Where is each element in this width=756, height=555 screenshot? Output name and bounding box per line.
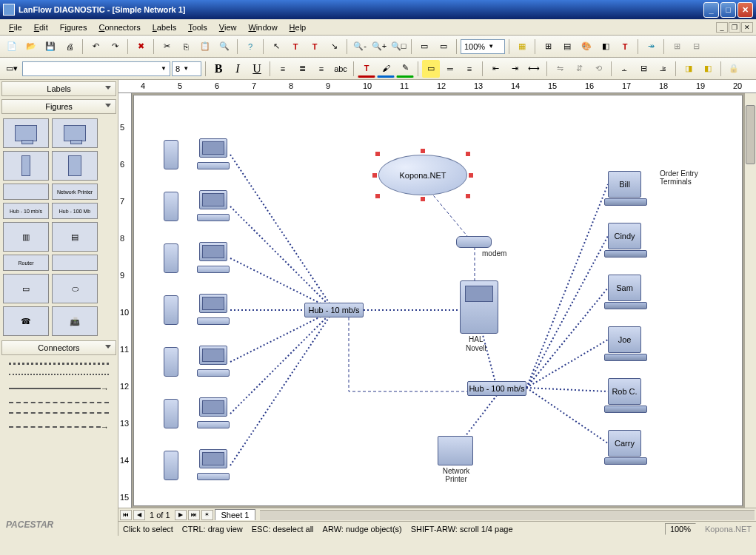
bold-button[interactable]: B [210,60,227,78]
phone-node[interactable] [164,243,178,273]
menu-edit[interactable]: Edit [28,21,54,33]
flip-v-button[interactable]: ⇵ [570,60,588,78]
sheet-last[interactable]: ⏭ [188,510,200,520]
connector-arrow[interactable]: → [3,381,115,396]
align-top-button[interactable]: ⫠ [615,60,633,78]
server-node[interactable] [460,280,498,334]
sheet-prev[interactable]: ◀ [133,510,145,520]
phone-node[interactable] [164,399,178,428]
menu-figures[interactable]: Figures [54,21,93,33]
text-tool[interactable]: T [287,38,304,56]
menu-help[interactable]: Help [284,21,312,33]
shape-network-printer[interactable]: Network Printer [52,184,98,200]
terminal-bill[interactable]: Bill [608,171,641,198]
text-style-button[interactable]: T [616,38,634,56]
figures-panel-header[interactable]: Figures [1,99,116,114]
palette-button[interactable]: 🎨 [578,38,595,56]
close-button[interactable]: ✕ [737,2,753,18]
sheet-tab-1[interactable]: Sheet 1 [215,509,256,520]
mdi-minimize-button[interactable]: _ [716,22,728,33]
shape-monitor[interactable] [52,118,98,148]
terminal-carry[interactable]: Carry [608,430,641,457]
new-button[interactable]: 📄 [3,38,21,56]
align-left-button[interactable]: ≡ [274,60,292,78]
align-middle-button[interactable]: ⊟ [635,60,652,78]
menu-file[interactable]: File [3,21,28,33]
zoom-width-button[interactable]: ▭ [435,38,452,56]
connector-dash-dot[interactable] [3,409,115,417]
flow-button[interactable]: ↠ [642,38,660,56]
shape-device[interactable]: ▭ [3,274,49,303]
horizontal-scrollbar[interactable] [260,510,755,520]
grid-button[interactable]: ▦ [513,38,531,56]
group-button[interactable]: ⊞ [668,38,686,56]
shape-tower[interactable] [3,151,49,181]
save-button[interactable]: 💾 [41,38,59,56]
redo-button[interactable]: ↷ [106,38,124,56]
style-picker[interactable]: ▭▾ [3,60,21,78]
shape-storage[interactable]: ▤ [52,222,98,252]
connector-dotted[interactable] [3,371,115,378]
open-button[interactable]: 📂 [22,38,40,56]
terminal-sam[interactable]: Sam [608,275,641,301]
print-button[interactable]: 🖨 [61,38,78,56]
connectors-panel-header[interactable]: Connectors [1,340,116,355]
zoom-in-button[interactable]: 🔍+ [370,38,388,56]
shape-hub-100[interactable]: Hub - 100 Mb [52,203,98,219]
diagram-canvas[interactable]: Kopona.NET modem Hub - 10 mb/s HAL Novel… [133,95,743,506]
arrow-end-button[interactable]: ⇥ [506,60,523,78]
line-style-button[interactable]: ═ [441,60,459,78]
layers-button[interactable]: ▤ [558,38,576,56]
sheet-next[interactable]: ▶ [175,510,187,520]
printer-node[interactable] [438,436,473,465]
ungroup-button[interactable]: ⊟ [687,38,705,56]
connector-dashed-arrow[interactable]: → [3,420,115,434]
fill-color-button[interactable]: 🖌 [377,60,395,78]
menu-view[interactable]: View [213,21,243,33]
underline-button[interactable]: U [248,60,266,78]
shapes-button[interactable]: ◧ [597,38,615,56]
pc-node[interactable] [197,397,230,428]
pc-node[interactable] [197,294,230,325]
arrow-both-button[interactable]: ⟷ [525,60,543,78]
pc-node[interactable] [197,190,230,221]
sheet-first[interactable]: ⏮ [120,510,132,520]
bring-front-button[interactable]: ◨ [680,60,698,78]
font-size-combo[interactable]: 8▼ [172,61,201,76]
modem-node[interactable] [456,236,492,248]
highlight-button[interactable]: ▭ [422,60,440,78]
shape-hub-10[interactable]: Hub - 10 mb/s [3,203,49,219]
pc-node[interactable] [197,138,230,169]
phone-node[interactable] [164,295,178,325]
phone-node[interactable] [164,192,178,221]
labels-panel-header[interactable]: Labels [1,81,116,96]
connector-dashed[interactable] [3,399,115,406]
menu-labels[interactable]: Labels [147,21,182,33]
shape-disk[interactable]: ⬭ [52,274,98,303]
pc-node[interactable] [197,346,230,377]
terminal-cindy[interactable]: Cindy [608,223,641,249]
hub100-node[interactable]: Hub - 100 mb/s [467,381,526,396]
terminal-rob[interactable]: Rob C. [608,378,641,405]
zoom-out-button[interactable]: 🔍- [351,38,369,56]
mdi-restore-button[interactable]: ❐ [729,22,740,33]
zoom-combo[interactable]: 100%▼ [461,39,505,54]
zoom-page-button[interactable]: ▭ [415,38,433,56]
shape-router[interactable]: Router [3,255,49,271]
abc-button[interactable]: abc [332,60,349,78]
find-button[interactable]: 🔍 [215,38,233,56]
pc-node[interactable] [197,449,230,480]
zoom-fit-button[interactable]: 🔍□ [389,38,407,56]
help-icon-button[interactable]: ? [241,38,259,56]
text-tool-2[interactable]: T [306,38,324,56]
shape-phone[interactable]: ☎ [3,306,49,336]
flip-h-button[interactable]: ⇋ [551,60,569,78]
maximize-button[interactable]: □ [720,2,736,18]
line-color-button[interactable]: ✎ [396,60,414,78]
connector-tool[interactable]: ↘ [325,38,343,56]
terminal-joe[interactable]: Joe [608,326,641,353]
cloud-node[interactable]: Kopona.NET [378,155,467,195]
copy-button[interactable]: ⎘ [177,38,195,56]
menu-window[interactable]: Window [242,21,283,33]
minimize-button[interactable]: _ [703,2,719,18]
